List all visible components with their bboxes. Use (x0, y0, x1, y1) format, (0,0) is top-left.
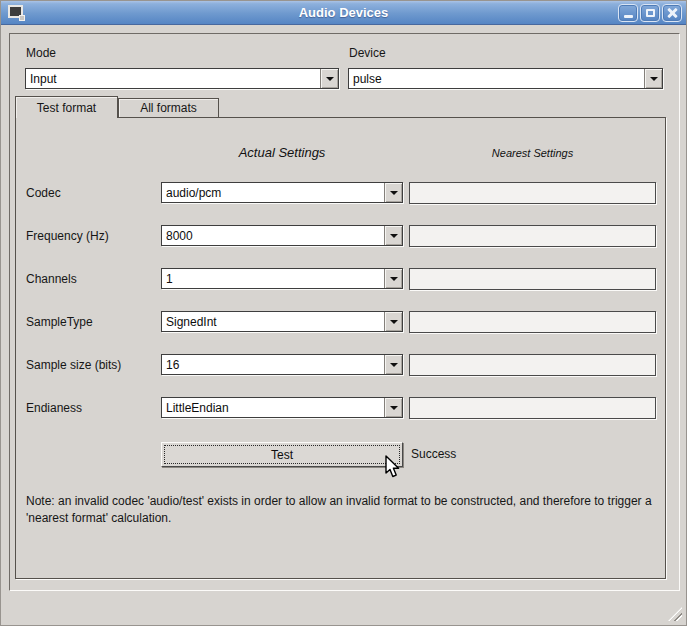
device-value: pulse (353, 72, 640, 86)
maximize-icon (646, 9, 655, 17)
close-icon (667, 8, 677, 18)
frequency-value: 8000 (166, 229, 380, 243)
frequency-dropdown-arrow[interactable] (384, 226, 402, 245)
frequency-label: Frequency (Hz) (26, 229, 109, 243)
nearest-sampletype-field (409, 311, 656, 333)
codec-label: Codec (26, 186, 61, 200)
chevron-down-icon (390, 406, 398, 410)
chevron-down-icon (390, 191, 398, 195)
actual-settings-header: Actual Settings (161, 145, 403, 160)
mode-combobox[interactable]: Input (25, 68, 339, 89)
chevron-down-icon (390, 234, 398, 238)
channels-label: Channels (26, 272, 77, 286)
nearest-samplesize-field (409, 354, 656, 376)
samplesize-combobox[interactable]: 16 (161, 354, 403, 375)
device-label: Device (349, 46, 386, 60)
window-title: Audio Devices (1, 5, 686, 20)
minimize-icon (624, 15, 633, 18)
sampletype-value: SignedInt (166, 315, 380, 329)
test-button[interactable]: Test (161, 442, 403, 467)
sampletype-dropdown-arrow[interactable] (384, 312, 402, 331)
frequency-combobox[interactable]: 8000 (161, 225, 403, 246)
tab-test-format[interactable]: Test format (15, 96, 118, 118)
mode-dropdown-arrow[interactable] (320, 69, 338, 88)
channels-value: 1 (166, 272, 380, 286)
close-button[interactable] (662, 4, 682, 22)
samplesize-value: 16 (166, 358, 380, 372)
minimize-button[interactable] (618, 4, 638, 22)
audio-devices-window: Audio Devices Mode Input Device pulse Te… (0, 0, 687, 626)
device-dropdown-arrow[interactable] (644, 69, 662, 88)
test-button-label: Test (271, 448, 293, 462)
nearest-endianess-field (409, 397, 656, 419)
tab-all-formats[interactable]: All formats (118, 98, 219, 117)
resize-grip[interactable] (668, 607, 682, 621)
nearest-frequency-field (409, 225, 656, 247)
chevron-down-icon (390, 320, 398, 324)
tab-all-formats-label: All formats (140, 101, 197, 115)
channels-combobox[interactable]: 1 (161, 268, 403, 289)
chevron-down-icon (650, 77, 658, 81)
mouse-cursor-icon (385, 455, 402, 483)
maximize-button[interactable] (640, 4, 660, 22)
note-text: Note: an invalid codec 'audio/test' exis… (26, 493, 658, 527)
channels-dropdown-arrow[interactable] (384, 269, 402, 288)
mode-value: Input (30, 72, 316, 86)
chevron-down-icon (390, 363, 398, 367)
nearest-settings-header: Nearest Settings (409, 147, 656, 159)
endianess-value: LittleEndian (166, 401, 380, 415)
sampletype-combobox[interactable]: SignedInt (161, 311, 403, 332)
endianess-combobox[interactable]: LittleEndian (161, 397, 403, 418)
device-combobox[interactable]: pulse (348, 68, 663, 89)
chevron-down-icon (390, 277, 398, 281)
titlebar[interactable]: Audio Devices (1, 1, 686, 25)
endianess-label: Endianess (26, 401, 82, 415)
codec-dropdown-arrow[interactable] (384, 183, 402, 202)
nearest-channels-field (409, 268, 656, 290)
codec-value: audio/pcm (166, 186, 380, 200)
mode-label: Mode (26, 46, 56, 60)
status-text: Success (411, 447, 456, 461)
test-format-panel: Actual Settings Nearest Settings Codec a… (15, 117, 666, 579)
tab-test-format-label: Test format (37, 101, 96, 115)
codec-combobox[interactable]: audio/pcm (161, 182, 403, 203)
nearest-codec-field (409, 182, 656, 204)
samplesize-label: Sample size (bits) (26, 358, 121, 372)
samplesize-dropdown-arrow[interactable] (384, 355, 402, 374)
endianess-dropdown-arrow[interactable] (384, 398, 402, 417)
chevron-down-icon (326, 77, 334, 81)
sampletype-label: SampleType (26, 315, 93, 329)
